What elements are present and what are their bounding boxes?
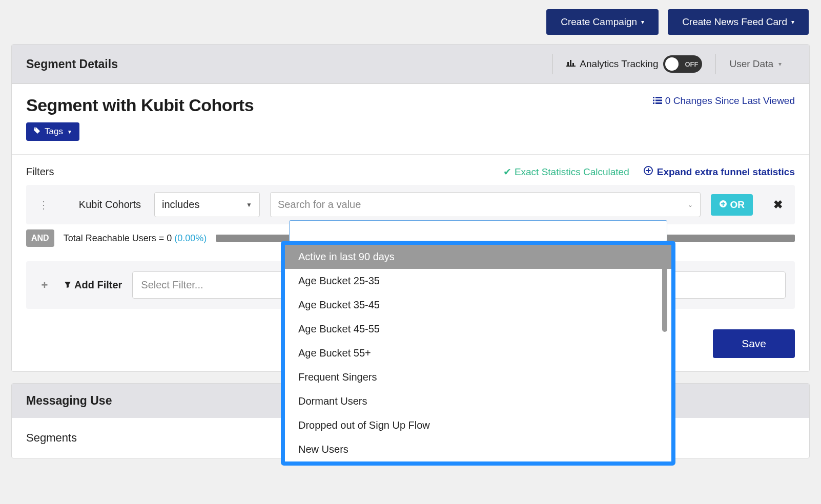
- funnel-icon: [64, 279, 71, 291]
- chevron-down-icon: ▾: [791, 18, 794, 26]
- svg-point-10: [34, 128, 35, 129]
- expand-funnel-text: Expand extra funnel statistics: [657, 166, 795, 178]
- dropdown-option[interactable]: Age Bucket 35-45: [285, 293, 671, 317]
- scrollbar[interactable]: [662, 250, 667, 332]
- check-icon: ✔: [503, 166, 511, 178]
- create-news-feed-button[interactable]: Create News Feed Card ▾: [668, 9, 809, 35]
- svg-rect-1: [567, 62, 569, 66]
- svg-rect-9: [655, 102, 662, 104]
- caret-down-icon: ▼: [67, 129, 72, 135]
- user-data-label: User Data: [729, 58, 773, 70]
- chevron-down-icon: ▾: [778, 60, 782, 68]
- user-data-slot[interactable]: User Data ▾: [715, 54, 795, 74]
- segment-details-header: Segment Details Analytics Tracking OFF U…: [12, 45, 809, 84]
- or-label: OR: [730, 199, 745, 211]
- segment-details-title: Segment Details: [26, 57, 118, 71]
- chevron-down-icon: ▾: [641, 18, 644, 26]
- changes-link[interactable]: 0 Changes Since Last Viewed: [653, 95, 795, 107]
- caret-down-icon: ▼: [246, 201, 252, 208]
- operator-select[interactable]: includes ▼: [154, 192, 260, 217]
- svg-rect-8: [653, 102, 654, 104]
- user-data-dropdown: User Data ▾: [729, 58, 782, 70]
- segment-title: Segment with Kubit Cohorts: [26, 95, 254, 115]
- filters-heading: Filters: [26, 166, 54, 178]
- drag-handle-icon[interactable]: ⋮: [35, 199, 52, 211]
- analytics-tracking-label: Analytics Tracking: [566, 58, 658, 70]
- svg-rect-7: [655, 100, 662, 101]
- value-search-placeholder: Search for a value: [278, 199, 361, 211]
- remove-filter-icon[interactable]: ✖: [773, 198, 783, 212]
- svg-rect-0: [566, 66, 576, 67]
- svg-rect-4: [653, 97, 654, 98]
- dropdown-option[interactable]: Age Bucket 25-35: [285, 269, 671, 293]
- reachable-users: Total Reachable Users = 0 (0.00%): [64, 233, 207, 244]
- add-filter-label: Add Filter: [64, 279, 122, 291]
- stats-calculated: ✔ Exact Statistics Calculated: [503, 166, 629, 178]
- dropdown-option[interactable]: Age Bucket 45-55: [285, 317, 671, 341]
- filter-block: ⋮ Kubit Cohorts includes ▼ Search for a …: [26, 185, 795, 224]
- header-right: Analytics Tracking OFF User Data ▾: [552, 54, 795, 74]
- svg-rect-16: [721, 203, 725, 204]
- add-filter-plus-icon[interactable]: +: [35, 276, 54, 295]
- changes-text: 0 Changes Since Last Viewed: [665, 95, 795, 107]
- expand-funnel-link[interactable]: Expand extra funnel statistics: [644, 166, 795, 178]
- tag-icon: [33, 127, 40, 137]
- dropdown-option[interactable]: Age Bucket 55+: [285, 341, 671, 365]
- filter-row-1: ⋮ Kubit Cohorts includes ▼ Search for a …: [26, 185, 795, 224]
- dropdown-option[interactable]: Dropped out of Sign Up Flow: [285, 413, 671, 437]
- analytics-toggle[interactable]: OFF: [663, 55, 702, 73]
- value-search-select[interactable]: Search for a value ⌄: [270, 192, 701, 217]
- dropdown-option[interactable]: New Users: [285, 437, 671, 461]
- operator-value: includes: [162, 199, 199, 211]
- or-button[interactable]: OR: [711, 194, 753, 216]
- dropdown-option[interactable]: Dormant Users: [285, 389, 671, 413]
- plus-circle-icon: [644, 166, 653, 178]
- reach-percent: (0.00%): [174, 233, 207, 243]
- value-dropdown: Active in last 90 daysAge Bucket 25-35Ag…: [281, 241, 675, 466]
- tags-button[interactable]: Tags ▼: [26, 122, 79, 141]
- filters-head: Filters ✔ Exact Statistics Calculated Ex…: [26, 166, 795, 178]
- svg-rect-5: [655, 97, 662, 98]
- select-filter-placeholder: Select Filter...: [141, 279, 203, 290]
- add-filter-text: Add Filter: [74, 279, 122, 291]
- reach-count: 0: [167, 233, 172, 243]
- chart-icon: [566, 58, 576, 70]
- dropdown-option[interactable]: Frequent Singers: [285, 365, 671, 389]
- segments-label: Segments: [26, 431, 77, 444]
- save-button[interactable]: Save: [713, 329, 795, 358]
- analytics-tracking-text: Analytics Tracking: [580, 58, 658, 70]
- filters-head-right: ✔ Exact Statistics Calculated Expand ext…: [503, 166, 795, 178]
- svg-rect-2: [570, 60, 571, 66]
- svg-rect-3: [572, 63, 574, 66]
- list-icon: [653, 95, 662, 107]
- title-row: Segment with Kubit Cohorts 0 Changes Sin…: [26, 95, 795, 115]
- dropdown-option[interactable]: Active in last 90 days: [285, 245, 671, 269]
- toggle-knob: [665, 57, 679, 71]
- reach-label: Total Reachable Users =: [64, 233, 167, 243]
- create-campaign-button[interactable]: Create Campaign ▾: [546, 9, 659, 35]
- analytics-tracking-slot: Analytics Tracking OFF: [552, 54, 715, 74]
- create-campaign-label: Create Campaign: [561, 16, 637, 28]
- create-news-feed-label: Create News Feed Card: [682, 16, 787, 28]
- dropdown-list: Active in last 90 daysAge Bucket 25-35Ag…: [285, 245, 671, 461]
- tags-label: Tags: [45, 127, 63, 137]
- stats-calculated-text: Exact Statistics Calculated: [515, 166, 629, 178]
- plus-circle-icon: [719, 199, 727, 211]
- toggle-state-label: OFF: [685, 60, 698, 68]
- filter-field-label: Kubit Cohorts: [62, 199, 144, 211]
- and-badge: AND: [26, 229, 54, 247]
- top-actions-bar: Create Campaign ▾ Create News Feed Card …: [0, 0, 821, 44]
- divider: [12, 154, 809, 155]
- svg-rect-13: [646, 170, 650, 171]
- chevron-down-icon: ⌄: [688, 201, 693, 208]
- svg-rect-6: [653, 100, 654, 101]
- dropdown-search-input[interactable]: [289, 220, 667, 242]
